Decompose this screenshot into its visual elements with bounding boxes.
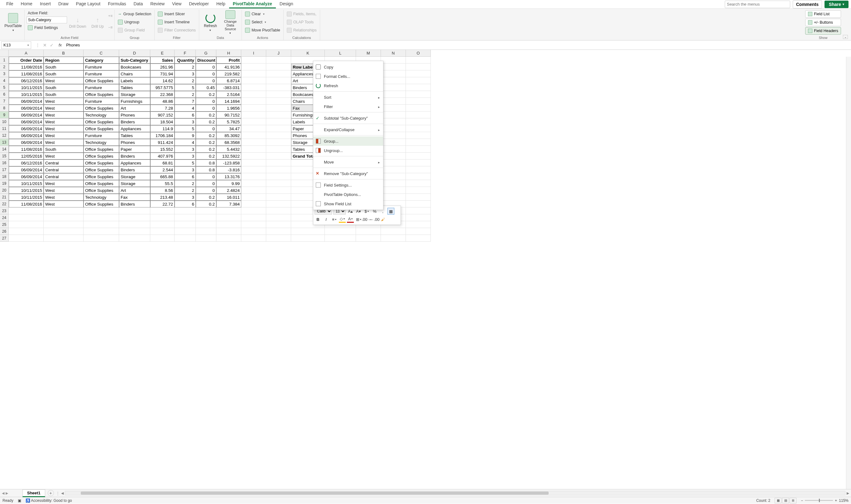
cell[interactable]: 6 xyxy=(175,111,196,119)
macro-icon[interactable]: ▣ xyxy=(18,498,21,503)
cell[interactable]: 0.2 xyxy=(196,111,216,119)
cell[interactable]: Tables xyxy=(119,132,150,139)
row-header[interactable]: 24 xyxy=(0,214,9,221)
cell[interactable]: 0.8 xyxy=(196,166,216,173)
cell[interactable]: Furnishings xyxy=(119,98,150,105)
cell[interactable]: Art xyxy=(119,187,150,194)
cell[interactable]: 11/08/2016 xyxy=(9,64,44,70)
cell[interactable]: West xyxy=(44,77,84,84)
row-header[interactable]: 5 xyxy=(0,84,9,91)
cell[interactable] xyxy=(266,235,291,242)
cell[interactable] xyxy=(9,228,44,235)
hscroll-left-icon[interactable]: ◀ xyxy=(61,491,64,495)
cell[interactable]: 957.5775 xyxy=(150,84,175,91)
cell[interactable] xyxy=(325,235,356,242)
cell[interactable] xyxy=(406,166,431,173)
cell[interactable] xyxy=(241,214,266,221)
cell[interactable]: 0.2 xyxy=(196,152,216,160)
cell[interactable]: Technology xyxy=(84,139,119,146)
cell[interactable] xyxy=(9,235,44,242)
cell[interactable]: 9 xyxy=(175,132,196,139)
cell[interactable] xyxy=(266,180,291,187)
cell[interactable] xyxy=(150,221,175,228)
cell[interactable]: 3 xyxy=(175,146,196,152)
cell[interactable]: West xyxy=(44,139,84,146)
cell[interactable] xyxy=(44,214,84,221)
cell[interactable] xyxy=(406,64,431,70)
cell[interactable] xyxy=(175,221,196,228)
cell[interactable]: Office Supplies xyxy=(84,180,119,187)
row-header[interactable]: 9 xyxy=(0,111,9,119)
ctx-subtotal-sub-category[interactable]: Subtotal "Sub-Category" xyxy=(313,113,383,123)
ctx-show-field-list[interactable]: Show Field List xyxy=(313,199,383,209)
cell[interactable]: South xyxy=(44,70,84,77)
cell[interactable] xyxy=(381,98,406,105)
cell[interactable] xyxy=(216,235,241,242)
cell[interactable]: South xyxy=(44,91,84,98)
cell[interactable]: 22.368 xyxy=(150,91,175,98)
cell[interactable]: 731.94 xyxy=(150,70,175,77)
cell[interactable] xyxy=(266,214,291,221)
cell[interactable] xyxy=(406,201,431,208)
menu-tab-draw[interactable]: Draw xyxy=(55,0,72,8)
cell[interactable]: 10/11/2015 xyxy=(9,84,44,91)
cell[interactable]: 3 xyxy=(175,152,196,160)
cell[interactable]: Office Supplies xyxy=(84,105,119,111)
cell[interactable] xyxy=(266,208,291,214)
select-button[interactable]: Select xyxy=(244,18,281,26)
cell[interactable]: 6.8714 xyxy=(216,77,241,84)
cell[interactable]: West xyxy=(44,187,84,194)
cell[interactable]: 407.976 xyxy=(150,152,175,160)
cell[interactable] xyxy=(266,228,291,235)
cell[interactable] xyxy=(266,152,291,160)
cell[interactable]: 2 xyxy=(175,91,196,98)
cell[interactable] xyxy=(266,84,291,91)
cell[interactable] xyxy=(9,208,44,214)
cell[interactable] xyxy=(406,152,431,160)
menu-tab-data[interactable]: Data xyxy=(130,0,147,8)
row-header[interactable]: 19 xyxy=(0,180,9,187)
cell[interactable]: West xyxy=(44,111,84,119)
menu-tab-developer[interactable]: Developer xyxy=(185,0,213,8)
cell[interactable] xyxy=(406,160,431,166)
cell[interactable]: -3.816 xyxy=(216,166,241,173)
cell[interactable]: 0 xyxy=(196,173,216,180)
row-header[interactable]: 4 xyxy=(0,77,9,84)
cell[interactable]: 15.552 xyxy=(150,146,175,152)
cell[interactable]: 6 xyxy=(175,173,196,180)
cell[interactable]: 06/09/2014 xyxy=(9,132,44,139)
cell[interactable] xyxy=(406,235,431,242)
cell[interactable]: 0 xyxy=(196,180,216,187)
cell[interactable] xyxy=(119,214,150,221)
cell[interactable]: Office Supplies xyxy=(84,91,119,98)
cell[interactable] xyxy=(381,111,406,119)
cell[interactable] xyxy=(241,228,266,235)
cell[interactable]: 5.4432 xyxy=(216,146,241,152)
cell[interactable]: 4 xyxy=(175,105,196,111)
cell[interactable]: Storage xyxy=(119,173,150,180)
cell[interactable] xyxy=(266,119,291,125)
cell[interactable] xyxy=(175,214,196,221)
cell[interactable]: Office Supplies xyxy=(84,166,119,173)
cell[interactable] xyxy=(266,194,291,201)
cell[interactable]: West xyxy=(44,125,84,132)
dropdown-icon[interactable]: ⋮ xyxy=(34,43,41,48)
cell[interactable]: 34.47 xyxy=(216,125,241,132)
ctx-format-cells[interactable]: Format Cells... xyxy=(313,72,383,81)
cell[interactable]: 2.5164 xyxy=(216,91,241,98)
cell[interactable] xyxy=(241,105,266,111)
cell[interactable]: 0 xyxy=(196,98,216,105)
cell[interactable]: 3 xyxy=(175,166,196,173)
cell[interactable] xyxy=(381,132,406,139)
cell[interactable] xyxy=(44,235,84,242)
cell[interactable] xyxy=(84,208,119,214)
cell[interactable] xyxy=(44,228,84,235)
cell[interactable]: 0.2 xyxy=(196,139,216,146)
cell[interactable]: Binders xyxy=(119,119,150,125)
cell[interactable] xyxy=(406,125,431,132)
cell[interactable]: 132.5922 xyxy=(216,152,241,160)
formula-input[interactable] xyxy=(64,41,851,49)
cell[interactable]: Office Supplies xyxy=(84,152,119,160)
cell[interactable] xyxy=(406,146,431,152)
cell[interactable]: Furniture xyxy=(84,84,119,91)
